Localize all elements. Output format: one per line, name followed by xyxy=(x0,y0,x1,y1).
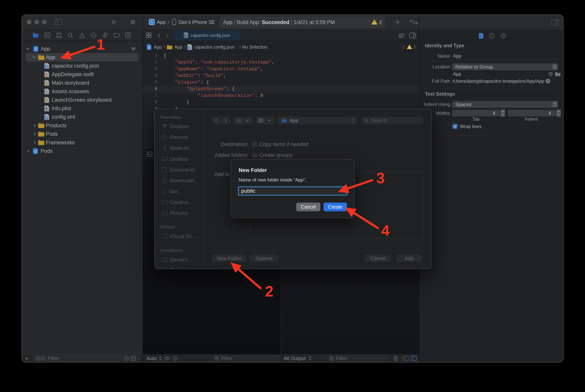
svg-text:2: 2 xyxy=(265,283,273,300)
svg-text:3: 3 xyxy=(376,170,385,186)
svg-text:4: 4 xyxy=(381,222,390,239)
svg-text:1: 1 xyxy=(96,36,105,53)
